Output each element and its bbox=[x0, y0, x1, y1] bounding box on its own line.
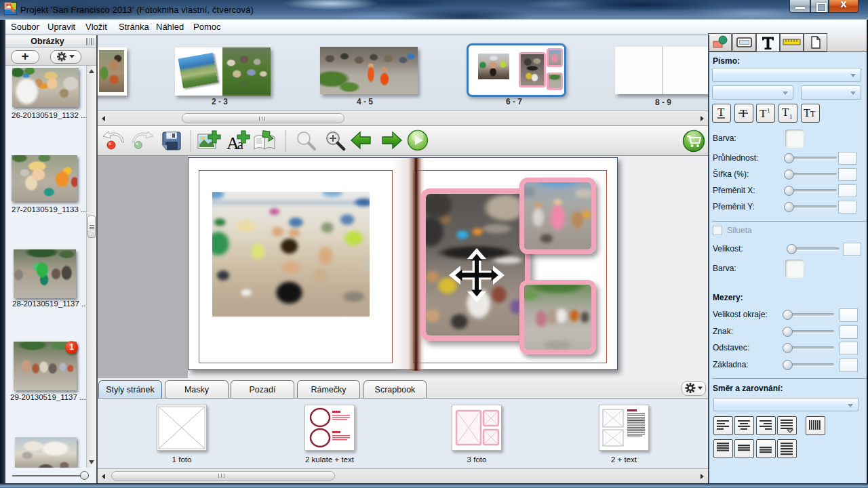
svg-text:1: 1 bbox=[767, 107, 770, 114]
svg-text:T: T bbox=[760, 107, 767, 120]
svg-text:1: 1 bbox=[789, 113, 793, 120]
svg-text:T: T bbox=[782, 106, 789, 119]
svg-text:T: T bbox=[810, 109, 816, 119]
svg-text:T: T bbox=[717, 106, 725, 119]
svg-text:T: T bbox=[804, 107, 810, 119]
